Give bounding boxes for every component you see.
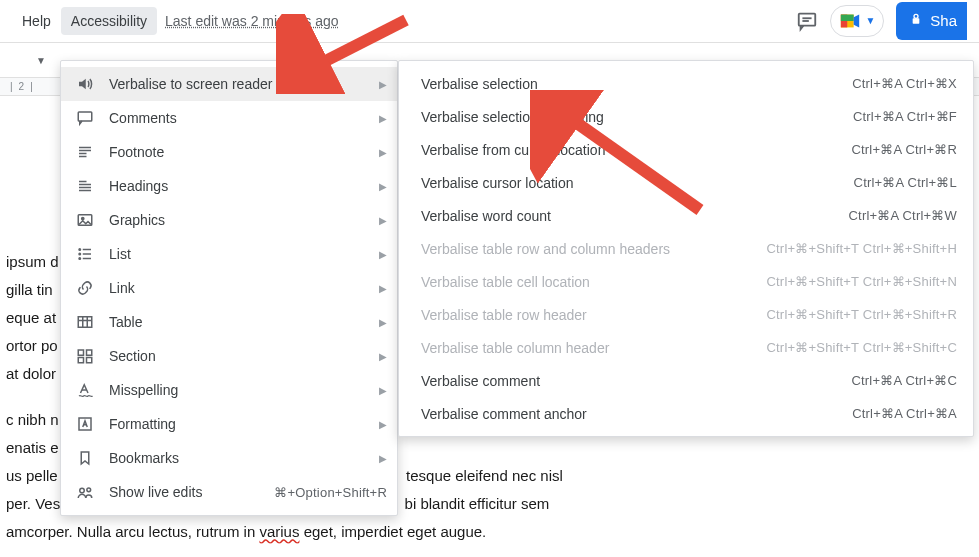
- accessibility-menu: Verbalise to screen reader▶Comments▶Foot…: [60, 60, 398, 516]
- meet-button[interactable]: ▼: [830, 5, 884, 37]
- menu-item-formatting[interactable]: Formatting▶: [61, 407, 397, 441]
- chevron-right-icon: ▶: [379, 385, 387, 396]
- submenu-item-label: Verbalise table row and column headers: [421, 241, 766, 257]
- chevron-right-icon: ▶: [379, 351, 387, 362]
- share-button[interactable]: Sha: [896, 2, 967, 40]
- menu-item-label: Footnote: [109, 144, 371, 160]
- footnote-icon: [73, 143, 97, 161]
- submenu-item-label: Verbalise from cursor location: [421, 142, 851, 158]
- menubar: Help Accessibility Last edit was 2 minut…: [0, 0, 979, 42]
- submenu-item-shortcut: Ctrl+⌘+Shift+T Ctrl+⌘+Shift+R: [766, 307, 957, 322]
- svg-point-39: [87, 488, 91, 492]
- submenu-item-verbalise-comment[interactable]: Verbalise commentCtrl+⌘A Ctrl+⌘C: [399, 364, 973, 397]
- menu-accessibility[interactable]: Accessibility: [61, 7, 157, 35]
- svg-point-26: [79, 258, 81, 260]
- chevron-right-icon: ▶: [379, 249, 387, 260]
- submenu-item-shortcut: Ctrl+⌘+Shift+T Ctrl+⌘+Shift+N: [766, 274, 957, 289]
- menu-item-label: Verbalise to screen reader: [109, 76, 371, 92]
- last-edit-link[interactable]: Last edit was 2 minutes ago: [165, 13, 339, 29]
- submenu-item-verbalise-selection[interactable]: Verbalise selectionCtrl+⌘A Ctrl+⌘X: [399, 67, 973, 100]
- svg-rect-8: [913, 18, 920, 23]
- chevron-right-icon: ▶: [379, 283, 387, 294]
- submenu-item-label: Verbalise comment anchor: [421, 406, 852, 422]
- submenu-item-label: Verbalise selection formatting: [421, 109, 853, 125]
- comment-history-icon[interactable]: [796, 10, 818, 32]
- chevron-down-icon: ▼: [865, 15, 875, 26]
- submenu-item-verbalise-table-row-header: Verbalise table row headerCtrl+⌘+Shift+T…: [399, 298, 973, 331]
- menu-item-graphics[interactable]: Graphics▶: [61, 203, 397, 237]
- submenu-item-verbalise-word-count[interactable]: Verbalise word countCtrl+⌘A Ctrl+⌘W: [399, 199, 973, 232]
- svg-rect-0: [799, 13, 816, 25]
- menu-help[interactable]: Help: [12, 7, 61, 35]
- chevron-right-icon: ▶: [379, 79, 387, 90]
- table-icon: [73, 313, 97, 331]
- menu-item-label: Bookmarks: [109, 450, 371, 466]
- menu-item-misspelling[interactable]: Misspelling▶: [61, 373, 397, 407]
- submenu-item-verbalise-selection-formatting[interactable]: Verbalise selection formattingCtrl+⌘A Ct…: [399, 100, 973, 133]
- menu-item-link[interactable]: Link▶: [61, 271, 397, 305]
- submenu-item-label: Verbalise comment: [421, 373, 851, 389]
- submenu-item-label: Verbalise table row header: [421, 307, 766, 323]
- lock-icon: [908, 11, 924, 30]
- submenu-item-verbalise-table-row-and-column-headers: Verbalise table row and column headersCt…: [399, 232, 973, 265]
- section-icon: [73, 347, 97, 365]
- menu-item-verbalise-to-screen-reader[interactable]: Verbalise to screen reader▶: [61, 67, 397, 101]
- submenu-item-verbalise-table-cell-location: Verbalise table cell locationCtrl+⌘+Shif…: [399, 265, 973, 298]
- menu-item-label: Section: [109, 348, 371, 364]
- submenu-item-shortcut: Ctrl+⌘A Ctrl+⌘C: [851, 373, 957, 388]
- toolbar-dropdown[interactable]: ▼: [24, 46, 58, 74]
- menu-item-label: Comments: [109, 110, 371, 126]
- svg-rect-10: [78, 112, 92, 121]
- submenu-item-verbalise-table-column-header: Verbalise table column headerCtrl+⌘+Shif…: [399, 331, 973, 364]
- submenu-item-verbalise-cursor-location[interactable]: Verbalise cursor locationCtrl+⌘A Ctrl+⌘L: [399, 166, 973, 199]
- submenu-item-label: Verbalise cursor location: [421, 175, 854, 191]
- svg-rect-5: [841, 14, 854, 20]
- menu-item-bookmarks[interactable]: Bookmarks▶: [61, 441, 397, 475]
- image-icon: [73, 211, 97, 229]
- submenu-item-shortcut: Ctrl+⌘+Shift+T Ctrl+⌘+Shift+H: [766, 241, 957, 256]
- svg-marker-6: [854, 14, 860, 27]
- menu-item-headings[interactable]: Headings▶: [61, 169, 397, 203]
- chevron-right-icon: ▶: [379, 317, 387, 328]
- menu-item-label: Link: [109, 280, 371, 296]
- chevron-right-icon: ▶: [379, 215, 387, 226]
- submenu-item-verbalise-comment-anchor[interactable]: Verbalise comment anchorCtrl+⌘A Ctrl+⌘A: [399, 397, 973, 430]
- doc-line: amcorper. Nulla arcu lectus, rutrum in v…: [0, 518, 730, 546]
- menu-item-section[interactable]: Section▶: [61, 339, 397, 373]
- headings-icon: [73, 177, 97, 195]
- menu-item-label: Misspelling: [109, 382, 371, 398]
- menu-item-label: Formatting: [109, 416, 371, 432]
- submenu-item-verbalise-from-cursor-location[interactable]: Verbalise from cursor locationCtrl+⌘A Ct…: [399, 133, 973, 166]
- menu-item-table[interactable]: Table▶: [61, 305, 397, 339]
- menu-item-label: Show live edits: [109, 484, 274, 500]
- menu-item-label: Graphics: [109, 212, 371, 228]
- formatting-icon: [73, 415, 97, 433]
- menu-item-list[interactable]: List▶: [61, 237, 397, 271]
- svg-point-24: [79, 249, 81, 251]
- svg-rect-27: [78, 317, 92, 328]
- svg-rect-32: [87, 350, 92, 355]
- submenu-item-shortcut: Ctrl+⌘A Ctrl+⌘L: [854, 175, 957, 190]
- submenu-item-shortcut: Ctrl+⌘A Ctrl+⌘X: [852, 76, 957, 91]
- live-edits-icon: [73, 483, 97, 501]
- volume-icon: [73, 75, 97, 93]
- menu-item-label: Headings: [109, 178, 371, 194]
- list-icon: [73, 245, 97, 263]
- chevron-right-icon: ▶: [379, 147, 387, 158]
- menu-item-label: List: [109, 246, 371, 262]
- submenu-item-label: Verbalise table cell location: [421, 274, 766, 290]
- submenu-item-label: Verbalise selection: [421, 76, 852, 92]
- meet-icon: [839, 10, 861, 32]
- menu-item-shortcut: ⌘+Option+Shift+R: [274, 485, 387, 500]
- share-label: Sha: [930, 12, 957, 29]
- submenu-item-shortcut: Ctrl+⌘A Ctrl+⌘A: [852, 406, 957, 421]
- menu-item-comments[interactable]: Comments▶: [61, 101, 397, 135]
- svg-point-20: [82, 217, 84, 219]
- chevron-right-icon: ▶: [379, 419, 387, 430]
- submenu-item-shortcut: Ctrl+⌘A Ctrl+⌘R: [851, 142, 957, 157]
- menu-item-footnote[interactable]: Footnote▶: [61, 135, 397, 169]
- bookmark-icon: [73, 449, 97, 467]
- submenu-item-shortcut: Ctrl+⌘A Ctrl+⌘W: [849, 208, 957, 223]
- submenu-item-label: Verbalise table column header: [421, 340, 766, 356]
- menu-item-show-live-edits[interactable]: Show live edits⌘+Option+Shift+R: [61, 475, 397, 509]
